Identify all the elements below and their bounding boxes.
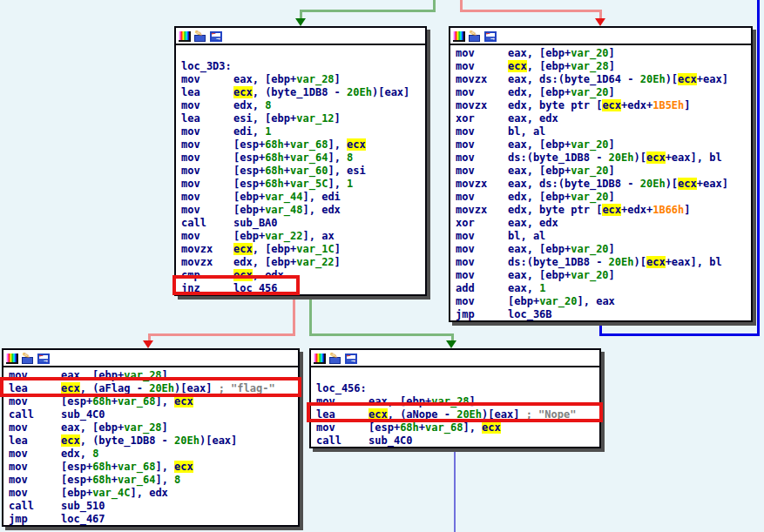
code-line[interactable]: movzxecx, [ebp+var_1C]	[181, 243, 425, 256]
code-token: ], edi	[302, 191, 340, 203]
code-token: var_28	[124, 421, 161, 434]
code-line[interactable]: mov[esp+68h+var_64], 8	[181, 152, 425, 165]
code-line[interactable]: leaesi, [ebp+var_12]	[181, 112, 425, 125]
highlighted-register: ecx	[233, 86, 253, 98]
code-line[interactable]: addeax, 1	[456, 282, 751, 295]
code-line[interactable]: mov[esp+68h+var_68], ecx	[181, 138, 425, 152]
code-line[interactable]: callsub_4C0	[9, 408, 298, 421]
code-listing[interactable]: loc_3D3:moveax, [ebp+var_28]leaecx, (byt…	[176, 45, 425, 295]
code-line[interactable]: callsub_4C0	[316, 434, 599, 448]
xrefs-icon[interactable]	[37, 354, 50, 364]
code-token: bl, al	[508, 125, 545, 138]
edit-comment-icon[interactable]	[329, 354, 341, 364]
code-line[interactable]: mov[esp+68h+var_68], ecx	[9, 461, 298, 474]
code-line[interactable]: jmploc_467	[9, 513, 298, 526]
code-line[interactable]: mov[esp+68h+var_60], esi	[181, 165, 425, 178]
code-line[interactable]: mov[ebp+var_4C], edx	[9, 487, 298, 500]
code-line[interactable]: leaecx, (byte_1DB8 - 20Eh)[eax]	[181, 86, 425, 99]
code-line[interactable]: xoreax, edx	[456, 217, 751, 230]
code-token: eax, edx	[508, 112, 558, 125]
code-line[interactable]: mov[ebp+var_48], edx	[181, 204, 425, 217]
node-title-bar[interactable]	[176, 28, 425, 45]
code-line[interactable]: leaecx, (aNope - 20Eh)[eax] ; "Nope"	[316, 408, 599, 421]
code-line[interactable]: callsub_BA0	[181, 217, 425, 230]
code-label[interactable]: loc_3D3:	[181, 60, 425, 73]
code-token: [esp+	[61, 461, 92, 473]
code-line[interactable]: leaecx, (byte_1DB8 - 20Eh)[eax]	[9, 434, 298, 448]
code-line[interactable]: moveax, [ebp+var_28]	[316, 395, 599, 408]
code-line[interactable]: movecx, [ebp+var_28]	[456, 60, 751, 73]
code-line[interactable]: mov[ebp+var_22], ax	[181, 230, 425, 243]
code-line[interactable]: movzxedx, byte ptr [ecx+edx+1B66h]	[456, 204, 751, 217]
basic-block-xor-loop[interactable]: moveax, [ebp+var_20]movecx, [ebp+var_28]…	[449, 26, 753, 322]
code-line[interactable]: mov[esp+68h+var_5C], 1	[181, 178, 425, 191]
code-line[interactable]: movedi, 1	[181, 125, 425, 138]
mnemonic: mov	[456, 243, 508, 256]
code-line[interactable]: movedx, 8	[9, 448, 298, 461]
code-line[interactable]: mov[ebp+var_20], eax	[456, 295, 751, 308]
code-line[interactable]: movzxedx, [ebp+var_22]	[181, 256, 425, 269]
xrefs-icon[interactable]	[210, 31, 222, 42]
code-token: 68h	[92, 395, 112, 407]
code-line[interactable]: mov[ebp+var_44], edi	[181, 191, 425, 204]
edit-comment-icon[interactable]	[194, 31, 206, 42]
code-listing[interactable]: moveax, [ebp+var_20]movecx, [ebp+var_28]…	[450, 45, 751, 321]
xrefs-icon[interactable]	[345, 354, 357, 364]
code-line[interactable]: mov[esp+68h+var_68], ecx	[9, 395, 298, 408]
code-line[interactable]: moveax, [ebp+var_20]	[456, 269, 751, 282]
code-token: 8	[92, 448, 98, 460]
code-line[interactable]: xoreax, edx	[456, 112, 751, 125]
mnemonic: mov	[456, 269, 508, 282]
node-color-palette-icon[interactable]	[6, 354, 18, 364]
code-line[interactable]: cmpecx, edx	[181, 269, 425, 282]
code-line[interactable]: mov[esp+68h+var_68], ecx	[316, 421, 599, 434]
edge-jnz-true	[309, 295, 312, 336]
code-label[interactable]: loc_456:	[316, 382, 599, 395]
code-token: var_68	[425, 421, 463, 434]
xrefs-icon[interactable]	[484, 31, 497, 42]
code-line[interactable]: jmploc_36B	[456, 308, 751, 321]
code-line[interactable]: movbl, al	[456, 125, 751, 138]
code-line[interactable]: movedx, [ebp+var_20]	[456, 191, 751, 204]
node-title-bar[interactable]	[3, 350, 298, 367]
node-color-palette-icon[interactable]	[453, 31, 465, 42]
node-color-palette-icon[interactable]	[314, 354, 326, 364]
code-token: [ebp+	[233, 191, 265, 203]
code-line[interactable]: movds:(byte_1DB8 - 20Eh)[ecx+eax], bl	[456, 152, 751, 165]
code-line[interactable]: moveax, [ebp+var_20]	[456, 138, 751, 152]
code-line[interactable]: movbl, al	[456, 230, 751, 243]
code-line[interactable]: moveax, [ebp+var_20]	[456, 47, 751, 60]
code-line[interactable]: moveax, [ebp+var_28]	[181, 73, 425, 86]
basic-block-flag-branch[interactable]: moveax, [ebp+var_28]leaecx, (aFlag - 20E…	[2, 348, 300, 527]
edit-comment-icon[interactable]	[469, 31, 481, 42]
node-title-bar[interactable]	[311, 350, 599, 367]
code-line[interactable]: leaecx, (aFlag - 20Eh)[eax] ; "flag-"	[9, 382, 298, 395]
code-token: loc_3D3:	[181, 60, 232, 72]
code-listing[interactable]: moveax, [ebp+var_28]leaecx, (aFlag - 20E…	[3, 367, 298, 526]
code-token: edx, [ebp+	[233, 256, 296, 268]
code-listing[interactable]: loc_456:moveax, [ebp+var_28]leaecx, (aNo…	[311, 367, 599, 448]
code-line[interactable]: movzxedx, byte ptr [ecx+edx+1B5Eh]	[456, 99, 751, 112]
code-line[interactable]: mov[esp+68h+var_64], 8	[9, 474, 298, 487]
code-line[interactable]: moveax, [ebp+var_28]	[9, 421, 298, 434]
code-line[interactable]: callsub_510	[9, 500, 298, 513]
code-line[interactable]: movds:(byte_1DB8 - 20Eh)[ecx+eax], bl	[456, 256, 751, 269]
mnemonic: xor	[456, 112, 508, 125]
highlighted-register: ecx	[678, 178, 697, 190]
code-line[interactable]: movedx, 8	[181, 99, 425, 112]
code-line[interactable]: movzxeax, ds:(byte_1D64 - 20Eh)[ecx+eax]	[456, 73, 751, 86]
edit-comment-icon[interactable]	[22, 354, 34, 364]
basic-block-loc_456[interactable]: loc_456:moveax, [ebp+var_28]leaecx, (aNo…	[309, 348, 601, 448]
basic-block-loc_3D3[interactable]: loc_3D3:moveax, [ebp+var_28]leaecx, (byt…	[174, 26, 427, 296]
code-token: edx, byte ptr [	[508, 204, 602, 216]
mnemonic: mov	[456, 230, 508, 243]
code-line[interactable]: movzxeax, ds:(byte_1DB8 - 20Eh)[ecx+eax]	[456, 178, 751, 191]
node-title-bar[interactable]	[450, 28, 751, 45]
code-line[interactable]: movedx, [ebp+var_20]	[456, 86, 751, 99]
code-line[interactable]: moveax, [ebp+var_20]	[456, 165, 751, 178]
code-line[interactable]: jnzloc_456	[181, 282, 425, 295]
node-color-palette-icon[interactable]	[179, 31, 191, 42]
code-token: ]	[609, 86, 615, 98]
code-line[interactable]: moveax, [ebp+var_20]	[456, 243, 751, 256]
code-line[interactable]: moveax, [ebp+var_28]	[9, 369, 298, 382]
